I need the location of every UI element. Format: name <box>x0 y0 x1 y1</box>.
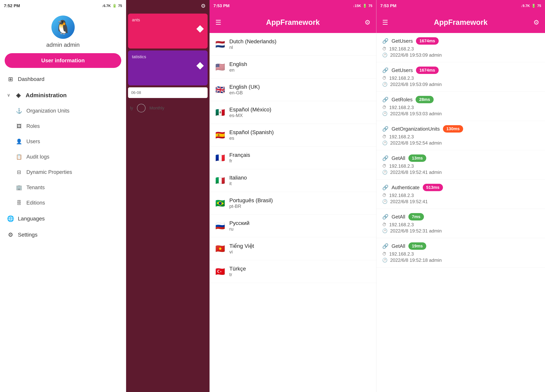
clock-icon: 🕐 <box>382 199 387 204</box>
log-item[interactable]: 🔗 GetUsers 1674ms ⏱ 192.168.2.3 🕐 2022/6… <box>376 33 545 62</box>
log-timestamp: 2022/6/8 19:52:31 admin <box>390 228 442 234</box>
nav-settings[interactable]: ⚙ Settings <box>0 227 126 243</box>
battery-2: 🔋 <box>363 4 367 8</box>
nav-editions[interactable]: 🗄 Editions <box>0 195 126 211</box>
lang-item[interactable]: 🇳🇱 Dutch (Nederlands) nl <box>210 33 376 56</box>
lang-item[interactable]: 🇪🇸 Español (Spanish) es <box>210 124 376 147</box>
user-info-button[interactable]: User information <box>5 53 121 68</box>
roles-icon: 🖼 <box>16 123 23 129</box>
log-method: GetAll <box>391 243 405 249</box>
lang-text: Türkçe tr <box>229 266 246 277</box>
log-list: 🔗 GetUsers 1674ms ⏱ 192.168.2.3 🕐 2022/6… <box>376 33 545 392</box>
lang-code: nl <box>229 45 277 50</box>
lang-flag: 🇺🇸 <box>215 62 225 72</box>
api-icon: 🔗 <box>382 126 388 132</box>
lang-name: Dutch (Nederlands) <box>229 38 277 45</box>
app-header-3: ☰ AppFramework ⚙ <box>376 12 545 33</box>
clock-icon: 🕐 <box>382 53 387 58</box>
lang-text: Русский ru <box>229 220 249 232</box>
gear-icon-3[interactable]: ⚙ <box>533 19 539 26</box>
bg-radio[interactable] <box>137 104 146 112</box>
lang-item[interactable]: 🇻🇳 Tiếng Việt vi <box>210 237 376 260</box>
log-badge: 513ms <box>423 184 443 191</box>
api-icon: 🔗 <box>382 67 388 73</box>
battery-pct-3: 75 <box>537 4 541 8</box>
lang-flag: 🇻🇳 <box>215 244 225 253</box>
log-item[interactable]: 🔗 GetRoles 28ms ⏱ 192.168.2.3 🕐 2022/6/8… <box>376 92 545 121</box>
log-item[interactable]: 🔗 GetAll 19ms ⏱ 192.168.2.3 🕐 2022/6/8 1… <box>376 238 545 268</box>
nav-org-units-label: Organization Units <box>26 108 69 114</box>
status-bar-2: 7:53 PM ↓15K 🔋 75 <box>210 0 376 12</box>
lang-text: Tiếng Việt vi <box>229 243 254 255</box>
battery-pct-2: 75 <box>368 4 372 8</box>
log-method-row: 🔗 GetRoles 28ms <box>382 96 539 103</box>
lang-item[interactable]: 🇺🇸 English en <box>210 56 376 78</box>
lang-text: Dutch (Nederlands) nl <box>229 38 277 50</box>
lang-name: English <box>229 61 247 67</box>
nav-audit-logs[interactable]: 📋 Audit logs <box>0 149 126 165</box>
nav-administration[interactable]: ∨ ◈ Administration <box>0 87 126 103</box>
log-ip-row: ⏱ 192.168.2.3 <box>382 134 539 140</box>
lang-item[interactable]: 🇲🇽 Español (México) es-MX <box>210 101 376 124</box>
app-title-3: AppFramework <box>388 18 533 27</box>
lang-item[interactable]: 🇷🇺 Русский ru <box>210 215 376 237</box>
log-item[interactable]: 🔗 GetAll 13ms ⏱ 192.168.2.3 🕐 2022/6/8 1… <box>376 150 545 180</box>
status-icons-3: ↓9.7K 🔋 75 <box>521 4 541 8</box>
ip-icon: ⏱ <box>382 222 386 227</box>
log-ip: 192.168.2.3 <box>389 222 414 227</box>
lang-name: Tiếng Việt <box>229 243 254 249</box>
log-ip: 192.168.2.3 <box>389 251 414 257</box>
nav-dynamic-props[interactable]: ⊟ Dynamic Properties <box>0 165 126 180</box>
log-item[interactable]: 🔗 GetOrganizationUnits 130ms ⏱ 192.168.2… <box>376 121 545 150</box>
clock-icon: 🕐 <box>382 228 387 233</box>
nav-users[interactable]: 👤 Users <box>0 134 126 149</box>
clock-icon: 🕐 <box>382 170 387 175</box>
nav-org-units[interactable]: ⚓ Organization Units <box>0 103 126 118</box>
users-icon: 👤 <box>16 139 23 145</box>
lang-flag: 🇳🇱 <box>215 40 225 49</box>
nav-dashboard-label: Dashboard <box>18 76 44 82</box>
hamburger-icon-2[interactable]: ☰ <box>215 19 221 26</box>
hamburger-icon-3[interactable]: ☰ <box>382 19 388 26</box>
lang-text: Español (Spanish) es <box>229 129 274 141</box>
api-icon: 🔗 <box>382 97 388 103</box>
lang-code: vi <box>229 249 254 255</box>
lang-flag: 🇹🇷 <box>215 267 225 276</box>
time-2: 7:53 PM <box>213 3 229 8</box>
lang-item[interactable]: 🇫🇷 Français fr <box>210 147 376 169</box>
bg-card-label-1: ants <box>132 18 204 23</box>
log-ip: 192.168.2.3 <box>389 105 414 110</box>
log-badge: 7ms <box>409 213 424 220</box>
nav-tenants[interactable]: 🏢 Tenants <box>0 180 126 195</box>
log-ip-row: ⏱ 192.168.2.3 <box>382 193 539 198</box>
log-time-row: 🕐 2022/6/8 19:53:03 admin <box>382 111 539 116</box>
time-3: 7:53 PM <box>380 3 396 8</box>
nav-roles[interactable]: 🖼 Roles <box>0 118 126 134</box>
lang-flag: 🇪🇸 <box>215 131 225 140</box>
lang-flag: 🇮🇹 <box>215 176 225 185</box>
network-icon-1: ↓6.7K <box>102 4 111 8</box>
log-badge: 1674ms <box>416 67 439 74</box>
ip-icon: ⏱ <box>382 76 386 81</box>
gear-icon-2[interactable]: ⚙ <box>365 19 370 26</box>
log-item[interactable]: 🔗 GetAll 7ms ⏱ 192.168.2.3 🕐 2022/6/8 19… <box>376 209 545 238</box>
app-header-2: ☰ AppFramework ⚙ <box>210 12 376 33</box>
log-ip-row: ⏱ 192.168.2.3 <box>382 105 539 110</box>
lang-item[interactable]: 🇬🇧 English (UK) en-GB <box>210 78 376 101</box>
log-item[interactable]: 🔗 Authenticate 513ms ⏱ 192.168.2.3 🕐 202… <box>376 180 545 209</box>
lang-code: ru <box>229 226 249 232</box>
log-item[interactable]: 🔗 GetUsers 1674ms ⏱ 192.168.2.3 🕐 2022/6… <box>376 62 545 92</box>
nav-dashboard[interactable]: ⊞ Dashboard <box>0 71 126 87</box>
lang-item[interactable]: 🇧🇷 Português (Brasil) pt-BR <box>210 192 376 215</box>
languages-panel: 7:53 PM ↓15K 🔋 75 ☰ AppFramework ⚙ 🇳🇱 Du… <box>210 0 376 392</box>
log-method-row: 🔗 GetOrganizationUnits 130ms <box>382 125 539 132</box>
clock-icon: 🕐 <box>382 141 387 146</box>
lang-text: Português (Brasil) pt-BR <box>229 197 273 209</box>
bg-gear-icon[interactable]: ⚙ <box>201 3 206 9</box>
log-method-row: 🔗 GetUsers 1674ms <box>382 67 539 74</box>
lang-code: it <box>229 181 247 186</box>
lang-item[interactable]: 🇮🇹 Italiano it <box>210 169 376 192</box>
nav-languages[interactable]: 🌐 Languages <box>0 211 126 227</box>
bg-card-icon-1: ◆ <box>132 23 204 34</box>
lang-item[interactable]: 🇹🇷 Türkçe tr <box>210 260 376 283</box>
